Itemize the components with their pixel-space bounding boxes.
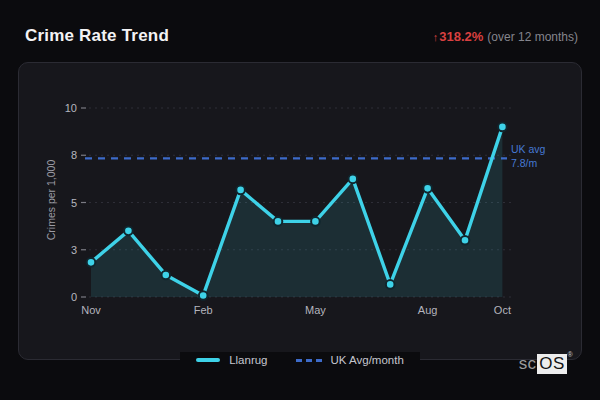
legend-item-llanrug[interactable]: Llanrug — [196, 354, 267, 366]
dashed-line-swatch-icon — [296, 359, 322, 362]
chart-card: 035810NovFebMayAugOctUK avg7.8/m Crimes … — [18, 62, 582, 360]
x-tick-label: Oct — [494, 304, 511, 316]
y-tick-label: 3 — [71, 244, 77, 256]
data-point-marker — [162, 271, 171, 280]
x-tick-label: May — [305, 304, 326, 316]
trend-stat: ↑318.2%(over 12 months) — [433, 29, 578, 44]
y-tick-label: 0 — [71, 291, 77, 303]
x-tick-label: Aug — [418, 304, 438, 316]
legend-label: UK Avg/month — [331, 354, 404, 366]
chart-legend: Llanrug UK Avg/month — [0, 352, 600, 368]
header: Crime Rate Trend ↑318.2%(over 12 months) — [25, 26, 578, 46]
data-point-marker — [349, 175, 358, 184]
data-point-marker — [386, 280, 395, 289]
data-point-marker — [423, 184, 432, 193]
y-tick-label: 8 — [71, 149, 77, 161]
scos-logo: scOS® — [519, 354, 572, 374]
registered-mark: ® — [568, 351, 573, 358]
data-point-marker — [199, 291, 208, 300]
x-tick-label: Feb — [194, 304, 213, 316]
data-point-marker — [274, 217, 283, 226]
legend-item-uk-avg[interactable]: UK Avg/month — [296, 354, 404, 366]
y-tick-label: 10 — [65, 102, 77, 114]
solid-line-swatch-icon — [196, 358, 220, 362]
page-title: Crime Rate Trend — [25, 26, 169, 46]
y-axis-label: Crimes per 1,000 — [45, 154, 57, 246]
logo-box: OS — [537, 354, 566, 374]
uk-avg-annotation-value: 7.8/m — [511, 157, 538, 169]
data-point-marker — [498, 123, 507, 132]
data-point-marker — [311, 217, 320, 226]
data-point-marker — [236, 186, 245, 195]
up-arrow-icon: ↑ — [433, 31, 439, 43]
x-tick-label: Nov — [81, 304, 101, 316]
data-point-marker — [124, 227, 133, 236]
legend-label: Llanrug — [229, 354, 267, 366]
uk-avg-annotation: UK avg — [511, 143, 546, 155]
data-point-marker — [87, 258, 96, 267]
crime-trend-chart: 035810NovFebMayAugOctUK avg7.8/m — [19, 63, 581, 359]
data-point-marker — [461, 236, 470, 245]
area-fill — [91, 127, 502, 297]
trend-caption: (over 12 months) — [487, 30, 578, 44]
trend-percentage: 318.2% — [439, 29, 483, 44]
y-tick-label: 5 — [71, 197, 77, 209]
logo-prefix: sc — [519, 354, 537, 373]
